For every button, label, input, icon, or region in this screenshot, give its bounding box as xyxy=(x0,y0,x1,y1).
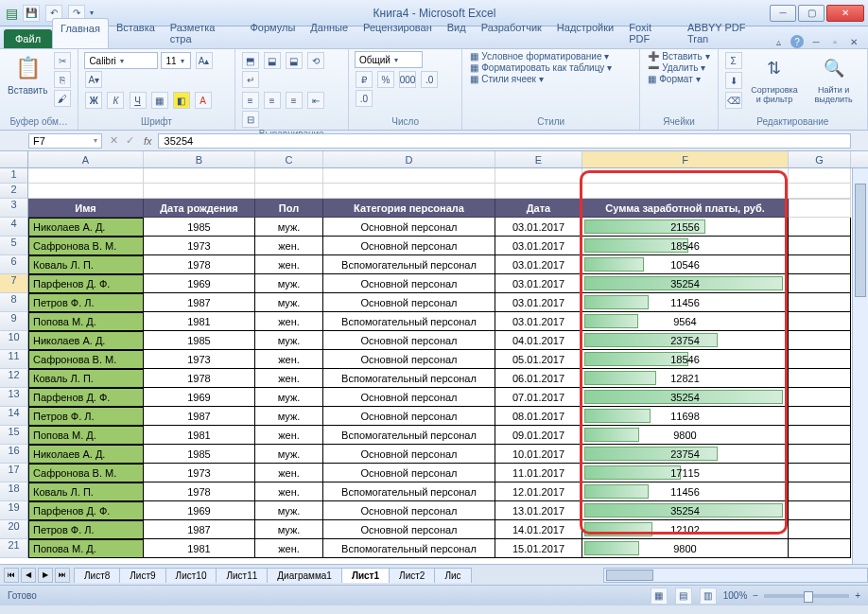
cell-styles-button[interactable]: ▦Стили ячеек ▾ xyxy=(468,74,614,84)
ribbon-tab-5[interactable]: Рецензирован xyxy=(356,18,440,48)
cell-name[interactable]: Коваль Л. П. xyxy=(28,482,144,501)
cell-sex[interactable]: жен. xyxy=(255,350,323,369)
row-header[interactable]: 20 xyxy=(0,520,28,539)
font-name-combo[interactable]: Calibri xyxy=(84,52,158,69)
increase-font-icon[interactable]: A▴ xyxy=(196,52,213,69)
cell-name[interactable]: Коваль Л. П. xyxy=(28,255,144,274)
cell[interactable] xyxy=(28,168,144,184)
cell-salary[interactable]: 11456 xyxy=(582,482,789,501)
sheet-tab[interactable]: Лист8 xyxy=(74,568,120,583)
row-header[interactable]: 15 xyxy=(0,426,28,445)
cell[interactable] xyxy=(789,482,851,501)
row-header[interactable]: 13 xyxy=(0,388,28,407)
col-header-G[interactable]: G xyxy=(789,151,851,167)
sheet-tab[interactable]: Лист9 xyxy=(119,568,165,583)
cell-salary[interactable]: 23754 xyxy=(582,445,789,464)
cell[interactable] xyxy=(789,407,851,426)
row-header[interactable]: 19 xyxy=(0,501,28,520)
cell[interactable] xyxy=(789,237,851,255)
align-bottom-icon[interactable]: ⬓ xyxy=(286,52,303,69)
row-header[interactable]: 3 xyxy=(0,199,28,218)
row-header[interactable]: 2 xyxy=(0,184,28,199)
indent-dec-icon[interactable]: ⇤ xyxy=(307,92,324,109)
header-cell-dob[interactable]: Дата рождения xyxy=(144,199,255,218)
cell-dob[interactable]: 1973 xyxy=(144,237,255,255)
ribbon-tab-2[interactable]: Разметка стра xyxy=(163,18,243,48)
cell-salary[interactable]: 10546 xyxy=(582,255,789,274)
cell[interactable] xyxy=(582,184,789,199)
ribbon-tab-9[interactable]: Foxit PDF xyxy=(621,18,680,48)
row-header[interactable]: 17 xyxy=(0,464,28,482)
cell-cat[interactable]: Основной персонал xyxy=(323,464,495,482)
cell[interactable] xyxy=(789,168,851,184)
cell-sex[interactable]: жен. xyxy=(255,369,323,388)
cell-name[interactable]: Попова М. Д. xyxy=(28,539,144,558)
cell-salary[interactable]: 12102 xyxy=(582,520,789,539)
currency-icon[interactable]: ₽ xyxy=(356,71,373,88)
cell[interactable] xyxy=(789,199,851,218)
cell-dob[interactable]: 1969 xyxy=(144,501,255,520)
cell[interactable] xyxy=(789,426,851,445)
view-break-icon[interactable]: ▥ xyxy=(700,588,717,605)
doc-minimize-icon[interactable]: ─ xyxy=(809,35,823,48)
cell[interactable] xyxy=(789,501,851,520)
cell-salary[interactable]: 35254 xyxy=(582,388,789,407)
sheet-nav-first-icon[interactable]: ⏮ xyxy=(4,568,19,583)
cell-date[interactable]: 05.01.2017 xyxy=(495,350,582,369)
cell-cat[interactable]: Вспомогательный персонал xyxy=(323,426,495,445)
cell-cat[interactable]: Основной персонал xyxy=(323,520,495,539)
row-header[interactable]: 4 xyxy=(0,218,28,237)
row-header[interactable]: 10 xyxy=(0,331,28,350)
sheet-tab[interactable]: Лис xyxy=(434,568,471,583)
doc-close-icon[interactable]: ✕ xyxy=(847,35,860,48)
col-header-E[interactable]: E xyxy=(495,151,582,167)
cell-date[interactable]: 03.01.2017 xyxy=(495,312,582,331)
cell-date[interactable]: 11.01.2017 xyxy=(495,464,582,482)
cell[interactable] xyxy=(144,168,255,184)
cell-sex[interactable]: муж. xyxy=(255,445,323,464)
cell[interactable] xyxy=(789,369,851,388)
cell-date[interactable]: 04.01.2017 xyxy=(495,331,582,350)
cell-sex[interactable]: жен. xyxy=(255,312,323,331)
cell-salary[interactable]: 18546 xyxy=(582,237,789,255)
cell-salary[interactable]: 9800 xyxy=(582,539,789,558)
cell-cat[interactable]: Основной персонал xyxy=(323,293,495,312)
cell-sex[interactable]: жен. xyxy=(255,237,323,255)
maximize-button[interactable]: ▢ xyxy=(798,5,825,22)
cell-dob[interactable]: 1978 xyxy=(144,255,255,274)
cell[interactable] xyxy=(789,331,851,350)
cell-name[interactable]: Сафронова В. М. xyxy=(28,350,144,369)
save-icon[interactable]: 💾 xyxy=(23,5,40,22)
cell-dob[interactable]: 1987 xyxy=(144,520,255,539)
format-table-button[interactable]: ▦Форматировать как таблицу ▾ xyxy=(468,62,614,73)
decrease-font-icon[interactable]: A▾ xyxy=(85,71,102,88)
cell-date[interactable]: 10.01.2017 xyxy=(495,445,582,464)
cell-name[interactable]: Попова М. Д. xyxy=(28,312,144,331)
cell[interactable] xyxy=(789,445,851,464)
cell-date[interactable]: 07.01.2017 xyxy=(495,388,582,407)
cell-sex[interactable]: жен. xyxy=(255,464,323,482)
inc-decimal-icon[interactable]: .0 xyxy=(421,71,438,88)
col-header-B[interactable]: B xyxy=(144,151,255,167)
cell[interactable] xyxy=(789,350,851,369)
header-cell-name[interactable]: Имя xyxy=(28,199,144,218)
enter-icon[interactable]: ✓ xyxy=(122,134,138,147)
cell-date[interactable]: 12.01.2017 xyxy=(495,482,582,501)
cell-name[interactable]: Сафронова В. М. xyxy=(28,237,144,255)
cell-dob[interactable]: 1985 xyxy=(144,331,255,350)
cell-sex[interactable]: муж. xyxy=(255,293,323,312)
horizontal-scrollbar[interactable] xyxy=(603,568,868,583)
cell-dob[interactable]: 1987 xyxy=(144,407,255,426)
ribbon-tab-8[interactable]: Надстройки xyxy=(549,18,621,48)
cell[interactable] xyxy=(495,168,582,184)
cell-cat[interactable]: Основной персонал xyxy=(323,274,495,293)
row-header[interactable]: 11 xyxy=(0,350,28,369)
ribbon-tab-4[interactable]: Данные xyxy=(303,18,356,48)
align-center-icon[interactable]: ≡ xyxy=(264,92,281,109)
cut-icon[interactable]: ✂ xyxy=(54,52,71,69)
cell-salary[interactable]: 11698 xyxy=(582,407,789,426)
border-button[interactable]: ▦ xyxy=(151,92,168,109)
cell-name[interactable]: Николаев А. Д. xyxy=(28,331,144,350)
row-header[interactable]: 14 xyxy=(0,407,28,426)
cell-sex[interactable]: муж. xyxy=(255,218,323,237)
